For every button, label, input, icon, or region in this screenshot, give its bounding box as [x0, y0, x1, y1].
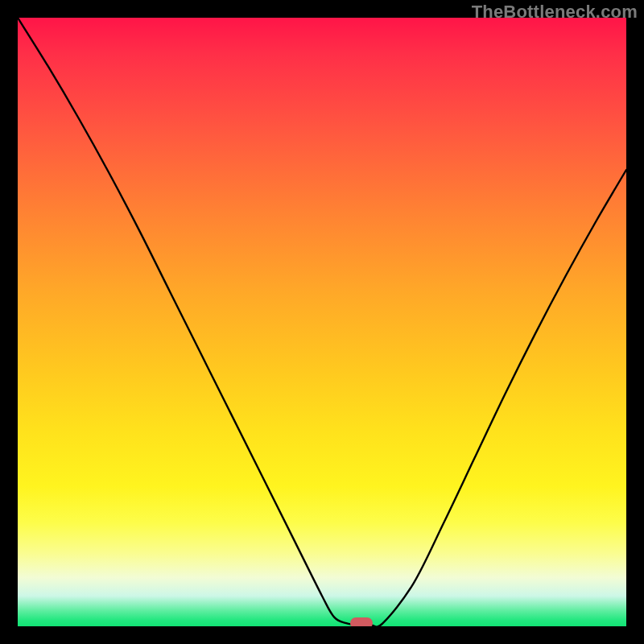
bottleneck-curve-layer — [18, 18, 626, 626]
chart-frame: TheBottleneck.com — [0, 0, 644, 644]
plot-area — [18, 18, 626, 626]
optimal-point-marker — [350, 617, 373, 626]
watermark-text: TheBottleneck.com — [472, 2, 638, 23]
bottleneck-curve-path — [18, 18, 626, 626]
